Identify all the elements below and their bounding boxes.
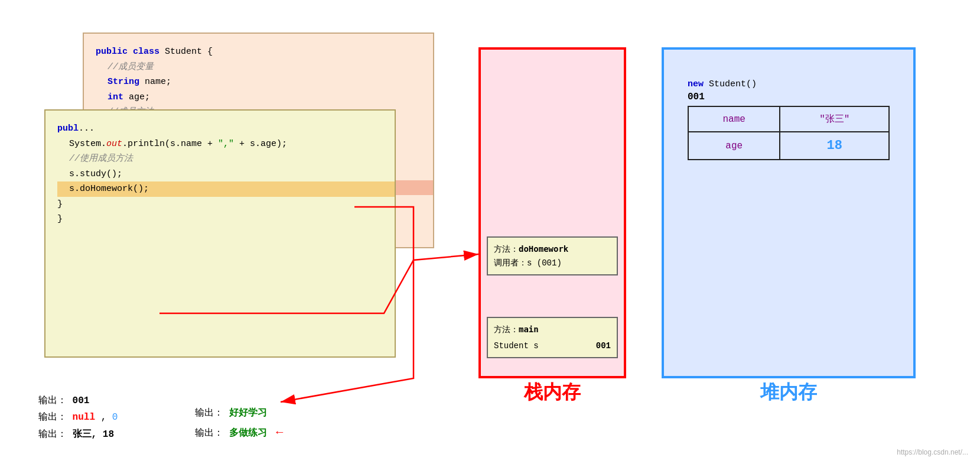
keyword-int: int	[108, 92, 123, 102]
student-line2: //成员变量	[96, 60, 421, 75]
main-panel: publ... System.out.println(s.name + "," …	[44, 109, 396, 358]
heap-object-id: 001	[688, 92, 890, 102]
stack-memory-title: 栈内存	[524, 380, 581, 406]
stack-var-row: Student s 001	[494, 339, 611, 352]
arrow-left-indicator: ←	[276, 426, 283, 439]
watermark: https://blog.csdn.net/...	[897, 448, 968, 456]
keyword-public-main: publ	[57, 124, 79, 134]
main-line4: s.study();	[57, 167, 383, 182]
student-line3: String name;	[96, 74, 421, 90]
heap-age-value: 18	[780, 132, 889, 160]
stack-frame-main: 方法：main Student s 001	[487, 317, 618, 358]
keyword-class: class	[133, 47, 159, 57]
keyword-public: public	[96, 47, 128, 57]
student-line1: public class Student {	[96, 44, 421, 60]
heap-name-label: name	[688, 106, 780, 132]
main-line7: }	[57, 212, 383, 227]
stack-caller-label: 调用者：s (001)	[494, 257, 611, 270]
heap-field-age-row: age 18	[688, 132, 889, 160]
stack-method-label1: 方法：doHomework	[494, 242, 611, 256]
main-line1: publ...	[57, 121, 383, 137]
stack-method-label2: 方法：main	[494, 323, 611, 336]
output-line2: 输出： null , 0	[38, 409, 118, 426]
output-line4: 输出： 好好学习	[195, 405, 283, 422]
main-line2: System.out.println(s.name + "," + s.age)…	[57, 137, 383, 152]
stack-student-s: Student s	[494, 339, 539, 352]
output-line5: 输出： 多做练习 ←	[195, 422, 283, 443]
main-line5: s.doHomework();	[57, 181, 383, 197]
heap-field-name-row: name "张三"	[688, 106, 889, 132]
heap-object-student: new Student() 001 name "张三" age 18	[688, 79, 890, 160]
output-area-right: 输出： 好好学习 输出： 多做练习 ←	[195, 405, 283, 443]
keyword-string: String	[108, 77, 139, 87]
heap-age-label: age	[688, 132, 780, 160]
highlight-dohomework-call: s.doHomework();	[57, 181, 395, 197]
main-line6: }	[57, 197, 383, 212]
main-line3: //使用成员方法	[57, 151, 383, 167]
heap-name-value: "张三"	[780, 106, 889, 132]
student-line4: int age;	[96, 90, 421, 105]
stack-panel: 方法：doHomework 调用者：s (001) 方法：main Studen…	[478, 47, 626, 378]
stack-s-value: 001	[596, 339, 611, 352]
heap-panel: new Student() 001 name "张三" age 18 堆	[662, 47, 916, 378]
output-line3: 输出： 张三, 18	[38, 426, 118, 443]
output-area: 输出： 001 输出： null , 0 输出： 张三, 18	[38, 393, 118, 443]
comment-fields: //成员变量	[108, 62, 154, 72]
stack-frame-dohomework: 方法：doHomework 调用者：s (001)	[487, 236, 618, 275]
heap-memory-title: 堆内存	[760, 380, 817, 406]
heap-fields-table: name "张三" age 18	[688, 106, 890, 160]
output-line1: 输出： 001	[38, 393, 118, 410]
comment-use-method: //使用成员方法	[69, 154, 133, 164]
heap-object-new-label: new Student()	[688, 79, 890, 89]
